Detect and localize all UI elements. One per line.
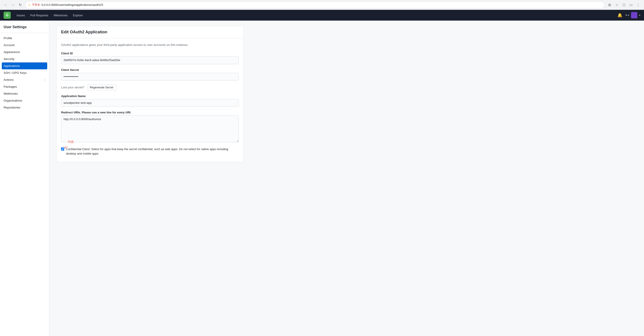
browser-actions: ⊞ ☆ ⬡ ▭ ⋮ [606, 2, 641, 8]
site-logo[interactable]: G [4, 12, 11, 19]
sidebar-item-applications[interactable]: Applications [2, 62, 47, 69]
main-layout: User Settings Profile Account Appearance… [0, 20, 644, 336]
reload-button[interactable]: ↻ [17, 2, 23, 8]
regenerate-secret-button[interactable]: Regenerate Secret [87, 84, 116, 90]
annotation-label: 勾选 [68, 140, 74, 144]
app-name-label: Application Name [61, 94, 239, 98]
client-secret-input[interactable] [61, 73, 239, 80]
back-button[interactable]: ← [3, 2, 9, 8]
forward-button[interactable]: → [10, 2, 16, 8]
card-header: Edit OAuth2 Application [56, 26, 243, 38]
sidebar-item-security[interactable]: Security [0, 56, 49, 62]
address-bar[interactable]: ⚠ 不安全 0.0.0.0:3000/user/settings/applica… [25, 1, 604, 8]
sidebar: User Settings Profile Account Appearance… [0, 20, 49, 336]
app-name-group: Application Name [61, 94, 239, 107]
client-secret-label: Client Secret [61, 68, 239, 72]
create-menu[interactable]: + ▾ [625, 13, 629, 18]
redirect-uris-label: Redirect URIs. Please use a new line for… [61, 111, 239, 114]
sidebar-item-account[interactable]: Account [0, 42, 49, 48]
lost-secret-row: Lost your secret? Regenerate Secret [61, 84, 239, 90]
sidebar-item-appearance[interactable]: Appearance [0, 48, 49, 56]
top-nav-links: Issues Pull Requests Milestones Explore [14, 12, 613, 18]
sidebar-item-actions[interactable]: Actions › [0, 76, 49, 83]
nav-milestones[interactable]: Milestones [52, 12, 70, 18]
top-navigation: G Issues Pull Requests Milestones Explor… [0, 10, 644, 20]
sidebar-item-packages[interactable]: Packages [0, 83, 49, 90]
browser-nav-buttons: ← → ↻ [3, 2, 23, 8]
page-title: Edit OAuth2 Application [61, 30, 239, 34]
confidential-label: Confidential Client. Select for apps tha… [66, 147, 239, 156]
bookmark-button[interactable]: ☆ [614, 2, 620, 8]
redirect-uris-input[interactable]: http://0.0.0.0:8000/authorize [61, 116, 239, 142]
notification-bell[interactable]: 🔔 [616, 12, 623, 18]
sidebar-item-ssh-gpg[interactable]: SSH / GPG Keys [0, 69, 49, 76]
security-warning-icon: ⚠ [28, 3, 31, 6]
sidebar-item-webhooks[interactable]: Webhooks [0, 90, 49, 97]
avatar-chevron[interactable]: ▾ [639, 14, 640, 17]
actions-chevron-icon: › [44, 78, 46, 82]
plus-chevron: ▾ [628, 14, 629, 17]
client-secret-group: Client Secret [61, 68, 239, 80]
top-nav-right: 🔔 + ▾ ▾ [616, 12, 640, 18]
confidential-checkbox-row: Confidential Client. Select for apps tha… [61, 147, 239, 156]
client-id-group: Client ID [61, 52, 239, 64]
description-text: OAuth2 applications gives your third-par… [61, 43, 239, 47]
client-id-input[interactable] [61, 56, 239, 64]
nav-pull-requests[interactable]: Pull Requests [28, 12, 50, 18]
nav-issues[interactable]: Issues [14, 12, 27, 18]
sidebar-title: User Settings [0, 25, 49, 33]
profile-button[interactable]: ▭ [628, 2, 634, 8]
extensions-button[interactable]: ⬡ [621, 2, 627, 8]
sidebar-item-repositories[interactable]: Repositories [0, 104, 49, 111]
lost-secret-text: Lost your secret? [61, 86, 84, 89]
user-avatar[interactable] [631, 12, 637, 18]
main-content: Edit OAuth2 Application OAuth2 applicati… [49, 20, 250, 336]
client-id-label: Client ID [61, 52, 239, 55]
checkbox-annotation-container: 勾选 ↙ Confidential Client. Select for app… [61, 147, 239, 156]
sidebar-item-profile[interactable]: Profile [0, 35, 49, 42]
card-body: OAuth2 applications gives your third-par… [56, 38, 243, 162]
redirect-uris-group: Redirect URIs. Please use a new line for… [61, 111, 239, 143]
browser-chrome: ← → ↻ ⚠ 不安全 0.0.0.0:3000/user/settings/a… [0, 0, 644, 10]
warning-text: 不安全 [32, 3, 40, 7]
sidebar-item-organizations[interactable]: Organizations [0, 97, 49, 104]
nav-explore[interactable]: Explore [71, 12, 85, 18]
menu-button[interactable]: ⋮ [635, 2, 641, 8]
url-text: 0.0.0.0:3000/user/settings/applications/… [42, 3, 103, 6]
app-name-input[interactable] [61, 99, 239, 107]
edit-oauth2-card: Edit OAuth2 Application OAuth2 applicati… [56, 26, 244, 162]
translate-button[interactable]: ⊞ [606, 2, 613, 8]
